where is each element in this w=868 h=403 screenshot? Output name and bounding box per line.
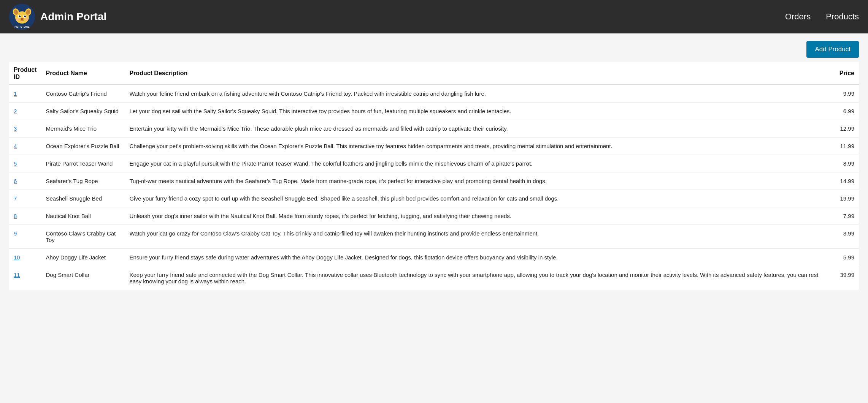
cell-name: Ahoy Doggy Life Jacket xyxy=(41,249,125,266)
cell-description: Engage your cat in a playful pursuit wit… xyxy=(125,155,828,172)
table-row: 6Seafarer's Tug RopeTug-of-war meets nau… xyxy=(9,172,859,190)
cell-name: Seafarer's Tug Rope xyxy=(41,172,125,190)
table-row: 5Pirate Parrot Teaser WandEngage your ca… xyxy=(9,155,859,172)
col-header-price: Price xyxy=(828,62,859,85)
cell-id[interactable]: 9 xyxy=(9,225,41,249)
table-header-row: ProductID Product Name Product Descripti… xyxy=(9,62,859,85)
col-header-id: ProductID xyxy=(9,62,41,85)
app-title: Admin Portal xyxy=(40,11,106,23)
cell-name: Dog Smart Collar xyxy=(41,266,125,290)
cell-price: 14.99 xyxy=(828,172,859,190)
table-row: 2Salty Sailor's Squeaky SquidLet your do… xyxy=(9,103,859,120)
cell-id[interactable]: 10 xyxy=(9,249,41,266)
app-header: PET STORE Admin Portal Orders Products xyxy=(0,0,868,33)
svg-point-12 xyxy=(21,18,24,20)
svg-point-14 xyxy=(25,18,28,21)
cell-name: Seashell Snuggle Bed xyxy=(41,190,125,207)
cell-id[interactable]: 1 xyxy=(9,85,41,103)
cell-description: Watch your cat go crazy for Contoso Claw… xyxy=(125,225,828,249)
cell-id[interactable]: 3 xyxy=(9,120,41,137)
cell-description: Tug-of-war meets nautical adventure with… xyxy=(125,172,828,190)
toolbar: Add Product xyxy=(9,41,859,58)
cell-price: 3.99 xyxy=(828,225,859,249)
svg-point-9 xyxy=(24,16,26,17)
table-row: 7Seashell Snuggle BedGive your furry fri… xyxy=(9,190,859,207)
cell-name: Mermaid's Mice Trio xyxy=(41,120,125,137)
svg-point-13 xyxy=(16,18,19,21)
cell-price: 8.99 xyxy=(828,155,859,172)
svg-point-10 xyxy=(20,16,21,16)
nav-products[interactable]: Products xyxy=(826,12,859,22)
col-header-name: Product Name xyxy=(41,62,125,85)
logo-area: PET STORE Admin Portal xyxy=(9,4,106,30)
cell-id[interactable]: 2 xyxy=(9,103,41,120)
nav-orders[interactable]: Orders xyxy=(785,12,811,22)
cell-description: Unleash your dog's inner sailor with the… xyxy=(125,207,828,225)
main-nav: Orders Products xyxy=(785,12,859,22)
cell-name: Contoso Catnip's Friend xyxy=(41,85,125,103)
main-content: Add Product ProductID Product Name Produ… xyxy=(0,33,868,298)
cell-id[interactable]: 6 xyxy=(9,172,41,190)
cell-id[interactable]: 11 xyxy=(9,266,41,290)
table-row: 3Mermaid's Mice TrioEntertain your kitty… xyxy=(9,120,859,137)
cell-description: Watch your feline friend embark on a fis… xyxy=(125,85,828,103)
cell-price: 6.99 xyxy=(828,103,859,120)
cell-description: Ensure your furry friend stays safe duri… xyxy=(125,249,828,266)
cell-id[interactable]: 4 xyxy=(9,137,41,155)
table-row: 1Contoso Catnip's FriendWatch your felin… xyxy=(9,85,859,103)
cell-id[interactable]: 7 xyxy=(9,190,41,207)
cell-name: Ocean Explorer's Puzzle Ball xyxy=(41,137,125,155)
cell-id[interactable]: 5 xyxy=(9,155,41,172)
cell-name: Contoso Claw's Crabby Cat Toy xyxy=(41,225,125,249)
cell-price: 7.99 xyxy=(828,207,859,225)
cell-price: 19.99 xyxy=(828,190,859,207)
cell-description: Keep your furry friend safe and connecte… xyxy=(125,266,828,290)
table-row: 8Nautical Knot BallUnleash your dog's in… xyxy=(9,207,859,225)
cell-name: Nautical Knot Ball xyxy=(41,207,125,225)
products-table: ProductID Product Name Product Descripti… xyxy=(9,62,859,290)
brand-logo: PET STORE xyxy=(9,4,35,30)
cell-name: Pirate Parrot Teaser Wand xyxy=(41,155,125,172)
cell-price: 12.99 xyxy=(828,120,859,137)
svg-text:PET STORE: PET STORE xyxy=(14,25,30,28)
cell-description: Entertain your kitty with the Mermaid's … xyxy=(125,120,828,137)
svg-point-8 xyxy=(19,16,21,17)
cell-price: 9.99 xyxy=(828,85,859,103)
table-row: 4Ocean Explorer's Puzzle BallChallenge y… xyxy=(9,137,859,155)
svg-point-11 xyxy=(25,16,26,16)
add-product-button[interactable]: Add Product xyxy=(806,41,859,58)
cell-id[interactable]: 8 xyxy=(9,207,41,225)
cell-price: 5.99 xyxy=(828,249,859,266)
table-row: 9Contoso Claw's Crabby Cat ToyWatch your… xyxy=(9,225,859,249)
cell-description: Give your furry friend a cozy spot to cu… xyxy=(125,190,828,207)
cell-name: Salty Sailor's Squeaky Squid xyxy=(41,103,125,120)
cell-description: Challenge your pet's problem-solving ski… xyxy=(125,137,828,155)
cell-price: 39.99 xyxy=(828,266,859,290)
table-row: 11Dog Smart CollarKeep your furry friend… xyxy=(9,266,859,290)
col-header-description: Product Description xyxy=(125,62,828,85)
cell-price: 11.99 xyxy=(828,137,859,155)
table-row: 10Ahoy Doggy Life JacketEnsure your furr… xyxy=(9,249,859,266)
cell-description: Let your dog set sail with the Salty Sai… xyxy=(125,103,828,120)
